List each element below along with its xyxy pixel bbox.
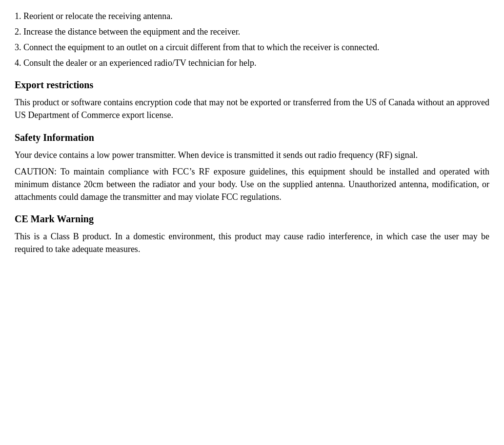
numbered-item-2: 2. Increase the distance between the equ… [15,25,489,38]
ce-mark-warning-section: CE Mark Warning This is a Class B produc… [15,212,489,255]
export-restrictions-body: This product or software contains encryp… [15,96,489,121]
safety-information-para2: CAUTION: To maintain compliance with FCC… [15,165,489,203]
numbered-item-2-text: 2. Increase the distance between the equ… [15,27,240,37]
numbered-item-4-text: 4. Consult the dealer or an experienced … [15,58,256,68]
numbered-item-1-text: 1. Reorient or relocate the receiving an… [15,11,173,21]
safety-information-para1: Your device contains a low power transmi… [15,149,489,161]
numbered-item-3-text: 3. Connect the equipment to an outlet on… [15,42,379,52]
numbered-item-4: 4. Consult the dealer or an experienced … [15,57,489,69]
safety-information-heading: Safety Information [15,131,489,145]
numbered-list: 1. Reorient or relocate the receiving an… [15,10,489,69]
ce-mark-warning-body: This is a Class B product. In a domestic… [15,230,489,255]
numbered-item-3: 3. Connect the equipment to an outlet on… [15,41,489,54]
export-restrictions-heading: Export restrictions [15,78,489,92]
safety-information-section: Safety Information Your device contains … [15,131,489,203]
ce-mark-warning-heading: CE Mark Warning [15,212,489,226]
numbered-item-1: 1. Reorient or relocate the receiving an… [15,10,489,22]
export-restrictions-section: Export restrictions This product or soft… [15,78,489,121]
